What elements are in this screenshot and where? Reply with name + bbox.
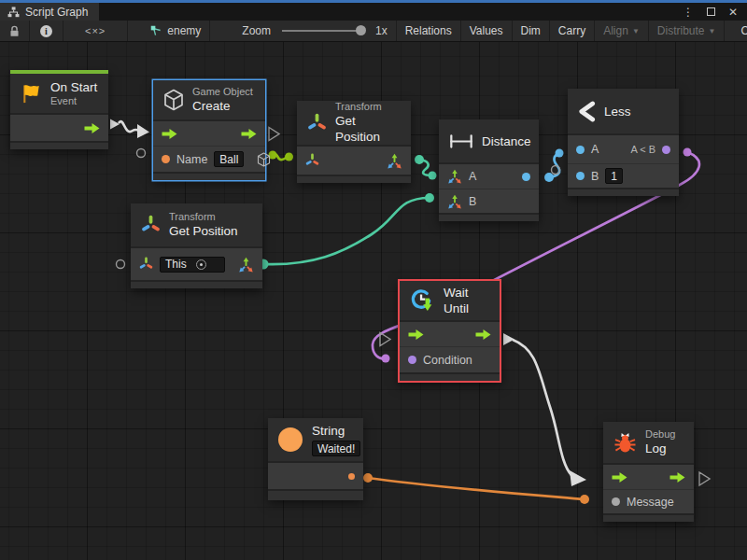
message-label: Message (627, 496, 674, 509)
node-title: Distance (482, 133, 531, 149)
flag-icon (21, 83, 42, 105)
game-object-icon (163, 89, 184, 111)
result-out-port[interactable] (522, 173, 530, 181)
zoom-slider[interactable] (282, 30, 364, 32)
b-value-field[interactable]: 1 (605, 168, 623, 184)
node-title: Log (645, 441, 675, 456)
transform-icon (141, 215, 161, 235)
object-picker-icon[interactable] (196, 259, 206, 270)
graph-breadcrumb[interactable]: enemy (128, 21, 210, 41)
node-footer (568, 188, 679, 196)
node-footer (153, 172, 265, 180)
name-input-port[interactable] (162, 155, 170, 163)
script-graph-window: Script Graph ⋮ ✕ i <×> enemy Zoom 1x Rel… (0, 0, 747, 560)
node-category: Transform (169, 211, 238, 223)
carry-button[interactable]: Carry (550, 21, 595, 41)
node-string[interactable]: String Waited! (268, 418, 363, 500)
result-out-port[interactable] (662, 146, 670, 154)
result-label: A < B (630, 144, 655, 155)
node-less[interactable]: Less A A < B B 1 (568, 89, 679, 196)
port-b-label: B (591, 170, 599, 183)
port-b-label: B (469, 195, 476, 208)
code-preview-button[interactable]: <×> (63, 21, 128, 41)
node-title: Get Position (169, 223, 238, 239)
node-footer (131, 280, 262, 288)
wait-until-icon (410, 288, 435, 314)
tab-title: Script Graph (25, 6, 88, 19)
target-value: This (165, 258, 187, 271)
node-wait-until[interactable]: Wait Until Condition (398, 279, 501, 383)
node-get-position-top[interactable]: Transform Get Position (297, 101, 411, 183)
zoom-control: Zoom 1x (210, 21, 396, 41)
node-on-start[interactable]: On Start Event (10, 70, 108, 149)
tab-script-graph[interactable]: Script Graph (0, 3, 99, 21)
flow-out-port[interactable] (475, 329, 491, 340)
maximize-button[interactable] (707, 7, 715, 16)
node-category: Game Object (192, 86, 253, 98)
vector3-out-port[interactable] (387, 153, 402, 169)
condition-input-port[interactable] (408, 356, 416, 364)
node-distance[interactable]: Distance A B (439, 119, 539, 221)
string-value-field[interactable]: Waited! (312, 441, 360, 456)
vector3-out-port[interactable] (238, 257, 254, 273)
lock-icon (9, 25, 20, 37)
overview-button[interactable]: Overview (732, 21, 747, 41)
dim-button[interactable]: Dim (513, 21, 550, 41)
flow-out-port[interactable] (669, 472, 685, 483)
title-bar: Script Graph ⋮ ✕ (0, 3, 747, 21)
node-get-position-left[interactable]: Transform Get Position This (131, 203, 262, 288)
node-footer (439, 213, 539, 221)
string-icon (278, 427, 303, 452)
values-button[interactable]: Values (461, 21, 513, 41)
node-debug-log[interactable]: Debug Log Message (603, 422, 694, 522)
node-create-game-object[interactable]: Game Object Create Name Ball (153, 80, 265, 180)
chevron-down-icon: ▼ (632, 27, 640, 35)
lock-button[interactable] (0, 21, 30, 41)
node-category: Debug (645, 428, 675, 441)
node-title: On Start (50, 79, 97, 95)
align-dropdown[interactable]: Align ▼ (595, 21, 649, 41)
flow-out-port[interactable] (84, 123, 100, 133)
vector3-in-port-b[interactable] (447, 194, 462, 209)
target-field[interactable]: This (160, 257, 225, 273)
node-title: Wait Until (444, 285, 489, 316)
b-input-port[interactable] (576, 172, 585, 180)
string-out-port[interactable] (348, 473, 355, 480)
code-icon: <×> (72, 25, 119, 36)
node-footer (400, 372, 500, 381)
close-button[interactable]: ✕ (728, 6, 738, 19)
info-button[interactable]: i (30, 21, 63, 41)
name-value-field[interactable]: Ball (214, 151, 244, 167)
node-footer (603, 513, 694, 522)
a-input-port[interactable] (576, 146, 585, 154)
graph-toolbar: i <×> enemy Zoom 1x Relations Values Dim… (0, 21, 747, 42)
transform-in-port[interactable] (139, 257, 153, 272)
bug-icon (613, 432, 637, 454)
port-a-label: A (591, 143, 599, 156)
window-menu-button[interactable]: ⋮ (683, 6, 694, 19)
zoom-value: 1x (375, 24, 388, 37)
script-graph-icon (7, 7, 20, 18)
node-title: String (312, 423, 360, 439)
zoom-label: Zoom (242, 24, 271, 37)
align-label: Align (603, 24, 628, 37)
node-footer (297, 175, 411, 183)
distribute-dropdown[interactable]: Distribute ▼ (649, 21, 726, 41)
breadcrumb-label: enemy (167, 24, 201, 37)
name-port-label: Name (176, 153, 207, 166)
less-icon (578, 101, 596, 122)
game-object-out-port[interactable] (257, 152, 271, 167)
message-input-port[interactable] (612, 497, 620, 506)
node-title: Get Position (335, 113, 401, 145)
relations-button[interactable]: Relations (397, 21, 461, 41)
flow-out-port[interactable] (241, 129, 257, 139)
node-footer (10, 141, 108, 149)
node-title: Create (192, 98, 253, 114)
flow-in-port[interactable] (162, 129, 177, 139)
distance-icon (449, 134, 473, 148)
flow-in-port[interactable] (408, 329, 424, 340)
transform-in-port[interactable] (305, 153, 319, 168)
zoom-slider-handle[interactable] (356, 25, 366, 35)
vector3-in-port-a[interactable] (447, 169, 462, 184)
flow-in-port[interactable] (612, 472, 627, 483)
